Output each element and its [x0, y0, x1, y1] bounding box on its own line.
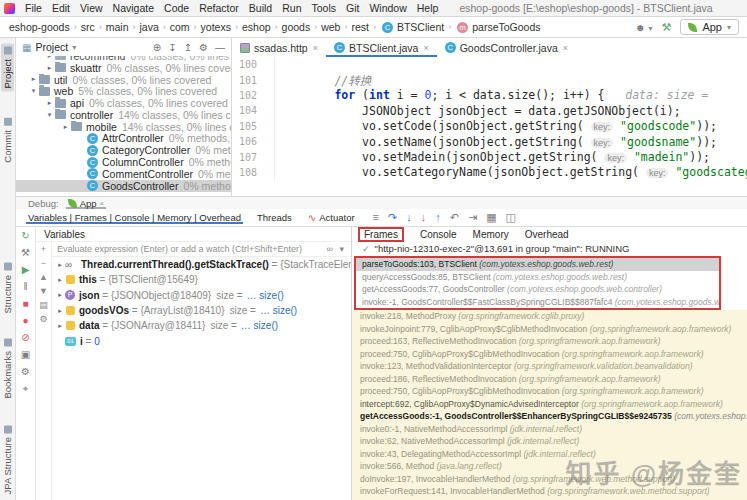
menu-item[interactable]: Window: [364, 2, 411, 14]
frames-pane-tab[interactable]: Console: [420, 229, 457, 240]
stack-frame-row[interactable]: getAccessGoods:-1, GoodsController$$Enha…: [354, 410, 747, 423]
breadcrumb-item[interactable]: eshop-goods: [8, 21, 71, 33]
expand-all-icon[interactable]: ↧: [168, 42, 176, 53]
line-number[interactable]: 106: [232, 136, 260, 147]
step-over-icon[interactable]: ↷: [388, 211, 397, 224]
lazy-size-link[interactable]: … size(): [260, 305, 297, 316]
tree-row[interactable]: ColumnController 0% methods, 5% lines co…: [16, 156, 231, 168]
resume-button[interactable]: ▶: [22, 264, 30, 276]
breadcrumb-method[interactable]: parseToGoods: [471, 21, 541, 33]
frames-pane-tab[interactable]: Memory: [473, 229, 509, 240]
settings-icon[interactable]: ⚙: [199, 42, 208, 53]
breakpoint-gutter[interactable]: [260, 165, 275, 180]
hide-panel-icon[interactable]: —: [215, 42, 225, 53]
move-watch-down-button[interactable]: ▼: [39, 286, 48, 296]
stack-frame-row[interactable]: proceed:186, ReflectiveMethodInvocation …: [354, 373, 747, 386]
line-number[interactable]: 101: [232, 75, 260, 86]
debug-session-tab[interactable]: App ×: [66, 198, 107, 209]
rerun-button[interactable]: ↻: [21, 230, 29, 242]
breakpoint-gutter[interactable]: [260, 88, 275, 103]
editor-tab[interactable]: BTSClient.java ×: [326, 38, 437, 57]
tab-actuator[interactable]: ∿ Actuator: [306, 211, 357, 224]
tree-expand-icon[interactable]: ▸: [55, 307, 65, 315]
stack-frame-row[interactable]: invokeJoinpoint:779, CglibAopProxy$Cglib…: [354, 323, 747, 336]
tree-expand-icon[interactable]: ▸: [44, 64, 55, 72]
editor-tab[interactable]: GoodsController.java ×: [437, 38, 576, 57]
line-number[interactable]: 108: [232, 167, 260, 178]
tab-debugger[interactable]: Variables | Frames | Console | Memory | …: [26, 211, 243, 224]
step-into-icon[interactable]: ↓: [406, 211, 412, 224]
force-step-into-icon[interactable]: ↓: [421, 211, 427, 224]
evaluate-expression-input[interactable]: Evaluate expression (Enter) or add a wat…: [52, 242, 351, 257]
debug-settings-button[interactable]: ⚙: [21, 366, 30, 378]
tab-close-icon[interactable]: ×: [423, 43, 428, 53]
breadcrumb-item[interactable]: main: [105, 21, 130, 33]
stack-frame-row[interactable]: proceed:750, CglibAopProxy$CglibMethodIn…: [354, 348, 747, 361]
tree-expand-icon[interactable]: ▸: [55, 322, 65, 330]
breakpoint-gutter[interactable]: [260, 119, 275, 134]
tab-close-icon[interactable]: ×: [313, 43, 318, 53]
tool-window-button[interactable]: Commit: [2, 118, 13, 163]
menu-item[interactable]: Run: [277, 2, 306, 14]
move-watch-up-button[interactable]: ▲: [39, 272, 48, 282]
tree-row[interactable]: AttrController 0% methods, 0% lines cove…: [16, 133, 231, 145]
frames-pane-tab[interactable]: Overhead: [525, 229, 569, 240]
breadcrumb-class[interactable]: BTSClient: [396, 21, 445, 33]
stack-frame-row[interactable]: invoke:123, MethodValidationInterceptor …: [354, 360, 747, 373]
tree-expand-icon[interactable]: ▸: [44, 56, 55, 60]
menu-item[interactable]: Tools: [306, 2, 341, 14]
step-out-icon[interactable]: ↑: [435, 211, 441, 224]
frames-pane-tab[interactable]: Frames: [358, 227, 404, 242]
breadcrumb-item[interactable]: web: [320, 21, 341, 33]
breadcrumb-item[interactable]: rest: [350, 21, 370, 33]
tree-expand-icon[interactable]: ▸: [55, 261, 65, 269]
stack-frame-row[interactable]: queryAccessGoods:85, BTSClient (com.yote…: [356, 271, 719, 284]
tool-window-button[interactable]: JPA Structure: [2, 425, 13, 494]
menu-item[interactable]: Help: [412, 2, 444, 14]
editor-tab[interactable]: ssadas.http ×: [232, 38, 326, 57]
tool-window-button[interactable]: Project: [1, 44, 14, 92]
layout-settings-icon[interactable]: ◫: [506, 211, 516, 224]
line-number[interactable]: 102: [232, 90, 260, 101]
tree-expand-icon[interactable]: ▸: [55, 291, 65, 299]
tab-close-icon[interactable]: ×: [100, 199, 105, 208]
layout-menu-icon[interactable]: ≡: [373, 211, 379, 224]
modify-run-configuration-button[interactable]: ⚒: [21, 247, 30, 259]
breadcrumb-item[interactable]: src: [80, 21, 96, 33]
line-number[interactable]: 107: [232, 152, 260, 163]
tree-row[interactable]: ▸ mobile 14% classes, 0% lines covered: [16, 121, 231, 133]
menu-item[interactable]: Build: [244, 2, 277, 14]
tab-threads[interactable]: Threads: [255, 211, 294, 224]
stop-button[interactable]: ■: [22, 298, 28, 310]
tree-expand-icon[interactable]: ▸: [55, 276, 65, 284]
breakpoint-gutter[interactable]: [260, 149, 275, 164]
menu-item[interactable]: Git: [341, 2, 364, 14]
profile-button[interactable]: ☻ ▾: [635, 21, 653, 33]
locate-icon[interactable]: ⊕: [153, 42, 161, 53]
breakpoint-gutter[interactable]: [260, 72, 275, 87]
menu-item[interactable]: Code: [159, 2, 194, 14]
tree-row[interactable]: CategoryController 0% methods, 0% lines …: [16, 144, 231, 156]
lazy-size-link[interactable]: … size(): [247, 290, 284, 301]
thread-selector[interactable]: ✓ "http-nio-12310-exec-2"@13,691 in grou…: [352, 242, 747, 255]
tab-close-icon[interactable]: ×: [563, 43, 568, 53]
variable-row[interactable]: ▸ goodsVOs = {ArrayList@18410} size = … …: [52, 303, 351, 318]
breadcrumb-item[interactable]: yotexs: [200, 21, 232, 33]
tree-row[interactable]: GoodsController 0% methods, 0% lines cov…: [16, 180, 231, 192]
stack-frame-row[interactable]: getAccessGoods:77, GoodsController (com.…: [356, 283, 719, 296]
stack-frame-row[interactable]: invoke:62, NativeMethodAccessorImpl (jdk…: [354, 435, 747, 448]
add-watch-button[interactable]: +: [41, 244, 46, 254]
tool-window-button[interactable]: Bookmarks: [2, 339, 13, 399]
run-configuration-select[interactable]: App ▾: [680, 19, 739, 35]
tree-expand-icon[interactable]: ▾: [44, 111, 55, 119]
line-number[interactable]: 105: [232, 121, 260, 132]
line-number[interactable]: 100: [232, 59, 260, 70]
stack-frame-row[interactable]: parseToGoods:103, BTSClient (com.yotexs.…: [356, 258, 719, 271]
variable-row[interactable]: ▸ this = {BTSClient@15649}: [52, 272, 351, 287]
remove-watch-button[interactable]: −: [41, 258, 46, 268]
evaluate-expression-icon[interactable]: ▦: [486, 211, 496, 224]
breakpoint-gutter[interactable]: [260, 103, 275, 118]
breadcrumb-item[interactable]: java: [138, 21, 159, 33]
tree-row[interactable]: ▾ web 5% classes, 0% lines covered: [16, 85, 231, 97]
tool-window-button[interactable]: Structure: [2, 263, 13, 314]
